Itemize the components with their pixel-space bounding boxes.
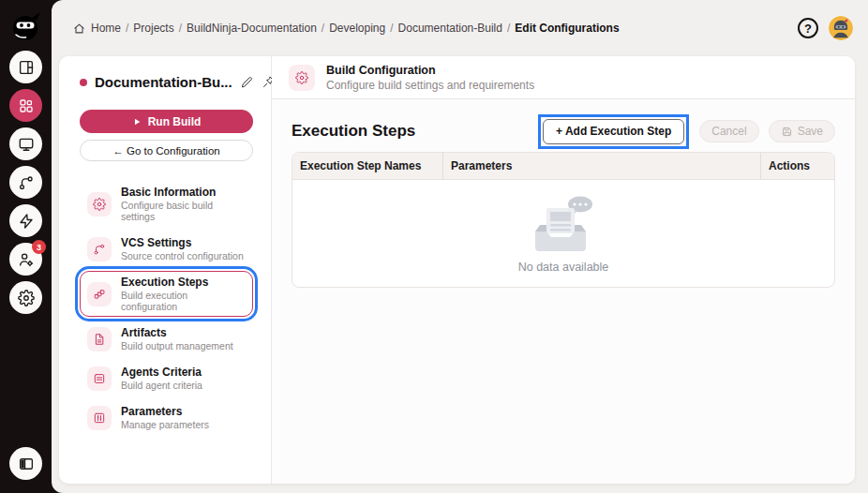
empty-state-text: No data available — [518, 261, 609, 274]
git-branch-icon — [18, 174, 35, 191]
steps-icon — [87, 282, 112, 306]
go-to-configuration-button[interactable]: ← Go to Configuration — [80, 140, 253, 161]
rail-agents-button[interactable]: 3 — [9, 243, 42, 276]
table-header: Execution Step Names Parameters Actions — [292, 153, 834, 180]
page-card: Documentation-Bu... Run Build ← Go to Co… — [59, 56, 855, 484]
menu-item-parameters[interactable]: Parameters Manage parameters — [80, 400, 253, 435]
top-bar: Home / Projects / BuildNinja-Documentati… — [52, 0, 868, 56]
breadcrumb-separator: / — [507, 22, 510, 35]
rail-monitor-button[interactable] — [9, 127, 42, 160]
menu-item-label: Basic Information — [121, 186, 246, 199]
menu-item-label: Artifacts — [121, 326, 233, 339]
page-title: Build Configuration — [326, 64, 534, 77]
save-icon — [781, 126, 793, 138]
gear-icon — [87, 192, 112, 217]
save-button[interactable]: Save — [769, 120, 835, 142]
execution-steps-section: Execution Steps + Add Execution Step Can… — [272, 99, 855, 484]
rail-vcs-button[interactable] — [9, 166, 42, 199]
run-build-button[interactable]: Run Build — [80, 110, 253, 133]
rail-actions-button[interactable] — [9, 204, 42, 237]
menu-item-description: Source control configuration — [121, 250, 244, 261]
menu-item-description: Build agent criteria — [121, 380, 202, 391]
config-panel: Documentation-Bu... Run Build ← Go to Co… — [59, 56, 272, 484]
breadcrumb-home[interactable]: Home — [91, 22, 121, 35]
column-header-parameters: Parameters — [442, 153, 760, 179]
git-branch-icon — [87, 237, 112, 261]
monitor-icon — [18, 136, 35, 153]
content-area: Home / Projects / BuildNinja-Documentati… — [52, 0, 868, 493]
config-menu: Basic Information Configure basic build … — [80, 181, 253, 435]
column-header-actions: Actions — [760, 153, 834, 179]
section-title: Execution Steps — [292, 122, 415, 141]
status-dot — [80, 79, 87, 86]
menu-item-description: Build execution configuration — [121, 290, 246, 312]
add-execution-step-highlight: + Add Execution Step — [543, 119, 684, 144]
menu-item-label: Agents Criteria — [121, 366, 202, 379]
table-empty-state: No data available — [292, 180, 834, 287]
build-configuration-header: Build Configuration Configure build sett… — [272, 56, 855, 99]
menu-item-basic-information[interactable]: Basic Information Configure basic build … — [80, 181, 253, 227]
rail-layout-button[interactable] — [9, 51, 42, 83]
apps-grid-icon — [18, 97, 35, 114]
cancel-button[interactable]: Cancel — [699, 120, 758, 142]
breadcrumb-separator: / — [322, 22, 324, 35]
main-panel: Build Configuration Configure build sett… — [272, 56, 855, 484]
menu-item-artifacts[interactable]: Artifacts Build output management — [80, 321, 253, 356]
menu-item-agents-criteria[interactable]: Agents Criteria Build agent criteria — [80, 361, 253, 396]
home-icon — [73, 22, 86, 35]
menu-item-description: Configure basic build settings — [121, 200, 246, 222]
breadcrumb-projects[interactable]: Projects — [133, 22, 173, 35]
avatar[interactable] — [829, 16, 853, 40]
notification-badge: 3 — [32, 240, 46, 254]
menu-item-label: Parameters — [121, 405, 209, 418]
agent-icon — [87, 366, 112, 391]
menu-item-vcs-settings[interactable]: VCS Settings Source control configuratio… — [80, 232, 253, 266]
breadcrumb-edit-configurations: Edit Configurations — [515, 22, 619, 35]
menu-item-label: Execution Steps — [121, 276, 246, 289]
execution-steps-table: Execution Step Names Parameters Actions — [292, 152, 835, 288]
parameters-icon — [87, 406, 112, 430]
breadcrumb: Home / Projects / BuildNinja-Documentati… — [73, 22, 620, 35]
breadcrumb-documentation-build[interactable]: Documentation-Build — [398, 22, 502, 35]
rail-settings-button[interactable] — [9, 281, 42, 314]
breadcrumb-buildninja-documentation[interactable]: BuildNinja-Documentation — [187, 22, 317, 35]
collapse-sidebar-icon — [18, 456, 35, 472]
breadcrumb-separator: / — [390, 22, 393, 35]
buildninja-logo-icon — [9, 9, 43, 43]
menu-item-execution-steps[interactable]: Execution Steps Build execution configur… — [80, 271, 253, 317]
column-header-step-names: Execution Step Names — [292, 153, 442, 179]
menu-item-description: Build output management — [121, 340, 233, 351]
settings-icon — [18, 290, 35, 306]
play-icon — [132, 117, 142, 127]
document-icon — [87, 327, 112, 351]
breadcrumb-separator: / — [126, 22, 128, 35]
help-button[interactable]: ? — [798, 18, 818, 38]
edit-title-button[interactable] — [240, 75, 254, 89]
layout-icon — [18, 59, 35, 76]
lightning-icon — [18, 213, 35, 230]
rail-collapse-button[interactable] — [9, 447, 42, 480]
menu-item-description: Manage parameters — [121, 419, 209, 430]
user-gear-icon — [18, 251, 35, 268]
add-execution-step-button[interactable]: + Add Execution Step — [543, 119, 684, 144]
build-config-title: Documentation-Bu... — [95, 74, 232, 90]
menu-item-label: VCS Settings — [121, 236, 244, 249]
breadcrumb-separator: / — [179, 22, 182, 35]
rail-apps-button[interactable] — [9, 89, 42, 122]
icon-rail: 3 — [0, 0, 52, 493]
empty-inbox-icon — [524, 194, 603, 258]
gear-icon — [289, 65, 315, 91]
page-subtitle: Configure build settings and requirement… — [326, 79, 534, 92]
breadcrumb-developing[interactable]: Developing — [329, 22, 385, 35]
